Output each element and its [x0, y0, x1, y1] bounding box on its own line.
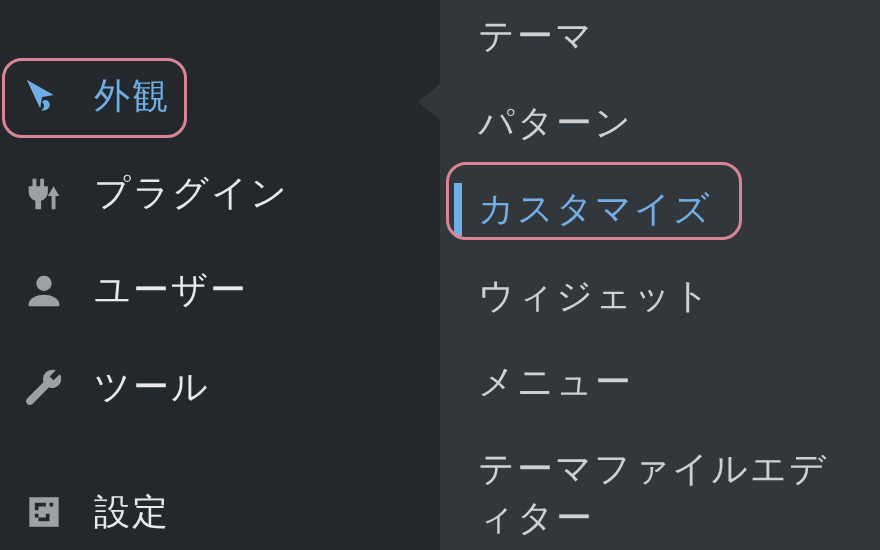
wrench-icon [18, 362, 70, 414]
submenu-item-theme-file-editor[interactable]: テーマファイルエディター [440, 425, 880, 550]
plug-icon [18, 168, 70, 220]
sidebar-item-label: ユーザー [94, 266, 248, 315]
sidebar-item-tools[interactable]: ツール [0, 339, 440, 436]
submenu-item-widgets[interactable]: ウィジェット [440, 252, 880, 339]
sliders-icon [18, 486, 70, 538]
admin-sidebar: 外観 プラグイン ユーザー ツール [0, 0, 440, 550]
sidebar-item-users[interactable]: ユーザー [0, 242, 440, 339]
submenu-item-themes[interactable]: テーマ [440, 0, 880, 79]
brush-icon [18, 71, 70, 123]
sidebar-item-label: 外観 [94, 72, 170, 121]
sidebar-item-appearance[interactable]: 外観 [0, 48, 440, 145]
sidebar-item-label: ツール [94, 363, 210, 412]
flyout-arrow [418, 84, 440, 120]
submenu-item-patterns[interactable]: パターン [440, 79, 880, 166]
sidebar-item-label: プラグイン [94, 169, 289, 218]
sidebar-item-label: 設定 [94, 488, 170, 537]
appearance-submenu: テーマ パターン カスタマイズ ウィジェット メニュー テーマファイルエディター [440, 0, 880, 550]
user-icon [18, 265, 70, 317]
submenu-item-menus[interactable]: メニュー [440, 338, 880, 425]
sidebar-item-settings[interactable]: 設定 [0, 470, 440, 550]
submenu-item-customize[interactable]: カスタマイズ [440, 165, 880, 252]
sidebar-item-plugins[interactable]: プラグイン [0, 145, 440, 242]
